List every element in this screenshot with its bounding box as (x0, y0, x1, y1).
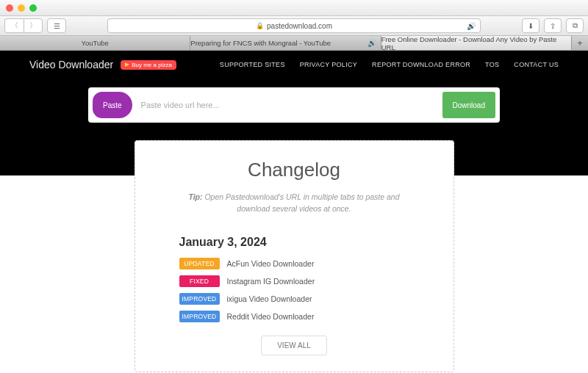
changelog-tip: Tip: Open Pastedownload's URL in multipl… (179, 192, 409, 215)
site-navbar: Video Downloader Buy me a pizza SUPPORTE… (0, 51, 588, 79)
download-button[interactable]: Download (442, 92, 495, 118)
nav-buttons: 〈 〉 (4, 18, 43, 33)
close-window-icon[interactable] (6, 4, 13, 12)
buy-pizza-button[interactable]: Buy me a pizza (121, 60, 176, 70)
url-text: pastedownload.com (267, 22, 332, 30)
menu-contact[interactable]: CONTACT US (514, 61, 559, 68)
zoom-window-icon[interactable] (29, 4, 37, 12)
menu-tos[interactable]: TOS (485, 61, 499, 68)
new-tab-button[interactable]: + (572, 36, 588, 50)
menu-privacy[interactable]: PRIVACY POLICY (300, 61, 357, 68)
traffic-lights (6, 4, 37, 12)
tab-sound-icon[interactable]: 🔊 (363, 39, 381, 47)
tabs-button[interactable]: ⧉ (566, 18, 584, 33)
entry-text: Reddit Video Downloader (227, 312, 315, 321)
lock-icon: 🔒 (256, 22, 264, 29)
window-titlebar (0, 0, 588, 16)
sidebar-button[interactable]: ☰ (47, 18, 66, 33)
status-badge: UPDATED (179, 258, 220, 269)
changelog-entry[interactable]: FIXEDInstagram IG Downloader (179, 275, 409, 287)
downloads-button[interactable]: ⬇ (522, 18, 539, 33)
tab-pastedownload[interactable]: Free Online Downloader - Download Any Vi… (381, 36, 572, 50)
entry-text: Instagram IG Downloader (227, 277, 315, 286)
browser-toolbar: 〈 〉 ☰ 🔒 pastedownload.com 🔊 ⬇ ⇪ ⧉ (0, 16, 588, 36)
paste-button[interactable]: Paste (93, 92, 132, 118)
tab-bar: YouTube Preparing for FNCS with Mongraal… (0, 36, 588, 51)
main-content: Changelog Tip: Open Pastedownload's URL … (0, 131, 588, 373)
changelog-date: January 3, 2024 (179, 236, 409, 249)
sound-icon[interactable]: 🔊 (467, 22, 476, 30)
main-menu: SUPPORTED SITES PRIVACY POLICY REPORT DO… (220, 61, 559, 68)
tab-fncs[interactable]: Preparing for FNCS with Mongraal - YouTu… (190, 36, 381, 50)
changelog-entry[interactable]: IMPROVEDixigua Video Downloader (179, 293, 409, 305)
page-content: Video Downloader Buy me a pizza SUPPORTE… (0, 51, 588, 373)
menu-supported-sites[interactable]: SUPPORTED SITES (220, 61, 285, 68)
changelog-entries: UPDATEDAcFun Video DownloaderFIXEDInstag… (179, 258, 409, 322)
address-bar[interactable]: 🔒 pastedownload.com 🔊 (107, 18, 481, 33)
view-all-button[interactable]: VIEW ALL (261, 336, 327, 355)
status-badge: FIXED (179, 275, 220, 287)
entry-text: AcFun Video Downloader (227, 259, 315, 268)
changelog-entry[interactable]: IMPROVEDReddit Video Downloader (179, 311, 409, 322)
changelog-box: Changelog Tip: Open Pastedownload's URL … (135, 140, 454, 372)
changelog-title: Changelog (179, 159, 409, 181)
forward-button[interactable]: 〉 (24, 18, 43, 33)
minimize-window-icon[interactable] (18, 4, 25, 12)
entry-text: ixigua Video Downloader (227, 294, 312, 303)
url-input[interactable] (132, 101, 442, 109)
status-badge: IMPROVED (179, 293, 220, 305)
search-bar: Paste Download (88, 87, 500, 123)
tab-youtube[interactable]: YouTube (0, 36, 190, 50)
back-button[interactable]: 〈 (4, 18, 24, 33)
status-badge: IMPROVED (179, 311, 220, 322)
menu-report[interactable]: REPORT DOWNLOAD ERROR (372, 61, 470, 68)
brand-logo[interactable]: Video Downloader (29, 59, 113, 70)
share-button[interactable]: ⇪ (544, 18, 562, 33)
changelog-entry[interactable]: UPDATEDAcFun Video Downloader (179, 258, 409, 269)
